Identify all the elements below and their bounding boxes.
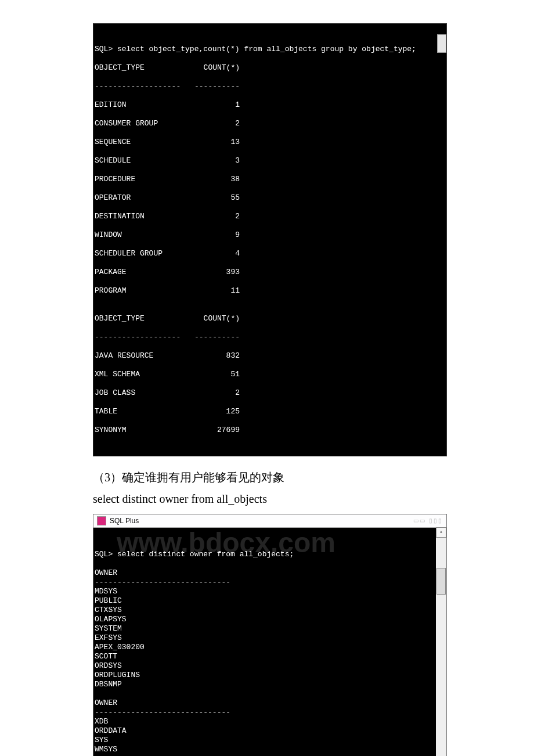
table-row: TABLE [95,407,187,416]
list-item: ORDPLUGINS [95,671,140,679]
list-item: MDSYS [95,587,117,596]
table-row: 393 [187,268,240,277]
table-row: 125 [187,407,240,416]
table-row: 51 [187,370,240,379]
table-row: WINDOW [95,231,187,240]
list-item: SYSTEM [95,624,122,633]
column-header-owner: OWNER [95,568,117,577]
divider: ------------------------------ [95,708,230,717]
table-row: SEQUENCE [95,138,187,147]
divider: ---------- [187,333,240,342]
column-header-object-type: OBJECT_TYPE [95,63,187,73]
list-item: ORDSYS [95,661,122,670]
column-header-owner: OWNER [95,699,117,707]
table-row: PROGRAM [95,286,187,296]
list-item: DBSNMP [95,680,122,689]
app-icon [97,516,106,525]
table-row: PROCEDURE [95,175,187,184]
watermark: www.bdocx.com [117,538,441,548]
window-title: SQL Plus [110,516,139,525]
column-header-object-type: OBJECT_TYPE [95,314,187,323]
table-row: 38 [187,175,240,184]
column-header-count: COUNT(*) [187,63,240,73]
sql-prompt-line: SQL> select object_type,count(*) from al… [95,45,416,53]
terminal-object-type-count: SQL> select object_type,count(*) from al… [93,23,447,456]
sql-query-text: select distinct owner from all_objects [93,492,447,506]
table-row: 9 [187,231,240,240]
paragraph-3: （3）确定谁拥有用户能够看见的对象 [93,467,447,488]
table-row: SCHEDULER GROUP [95,249,187,258]
scrollbar-thumb[interactable] [437,34,446,53]
table-row: 1 [187,100,240,110]
table-row: SYNONYM [95,426,187,435]
list-item: WMSYS [95,745,117,754]
table-row: DESTINATION [95,212,187,221]
list-item: OLAPSYS [95,615,127,624]
list-item: CTXSYS [95,606,122,614]
table-row: PACKAGE [95,268,187,277]
list-item: SCOTT [95,652,117,661]
window-titlebar[interactable]: SQL Plus ▭▭ ▯▯▯ [93,514,446,528]
list-item: EXFSYS [95,633,122,642]
table-row: 27699 [187,426,240,435]
sql-prompt-line: SQL> select distinct owner from all_obje… [95,550,294,559]
list-item: SYS [95,736,108,744]
table-row: JAVA RESOURCE [95,351,187,361]
window-controls[interactable]: ▭▭ ▯▯▯ [413,516,443,525]
table-row: CONSUMER GROUP [95,119,187,128]
list-item: APEX_030200 [95,643,145,651]
list-item: XDB [95,717,108,726]
table-row: 55 [187,193,240,203]
table-row: 832 [187,351,240,361]
table-row: 3 [187,156,240,165]
table-row: XML SCHEMA [95,370,187,379]
table-row: 11 [187,286,240,296]
table-row: 4 [187,249,240,258]
sqlplus-window: SQL Plus ▭▭ ▯▯▯ ▴ ▾ www.bdocx.com SQL> s… [93,514,447,756]
table-row: 2 [187,212,240,221]
table-row: JOB CLASS [95,388,187,398]
table-row: SCHEDULE [95,156,187,165]
table-row: 2 [187,388,240,398]
divider: ------------------- [95,333,187,342]
divider: ------------------------------ [95,578,230,586]
list-item: ORDDATA [95,726,127,735]
column-header-count: COUNT(*) [187,314,240,323]
table-row: 13 [187,138,240,147]
table-row: EDITION [95,100,187,110]
divider: ---------- [187,82,240,91]
table-row: 2 [187,119,240,128]
list-item: PUBLIC [95,596,122,605]
divider: ------------------- [95,82,187,91]
table-row: OPERATOR [95,193,187,203]
